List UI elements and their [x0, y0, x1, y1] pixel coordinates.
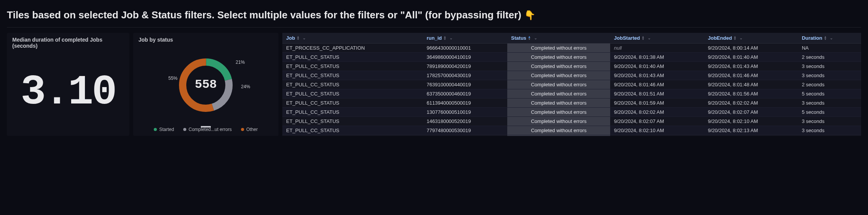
- cell-started: 9/20/2024, 8:02:02 AM: [610, 108, 704, 117]
- cell-ended: 9/20/2024, 8:01:56 AM: [704, 89, 798, 99]
- cell-started: 9/20/2024, 8:01:51 AM: [610, 89, 704, 99]
- cell-ended: 9/20/2024, 8:01:43 AM: [704, 62, 798, 71]
- sort-icon[interactable]: ▲▼: [443, 36, 446, 40]
- cell-duration: 3 seconds: [798, 117, 861, 126]
- column-label: run_id: [427, 35, 442, 41]
- swatch-icon: [183, 128, 186, 131]
- swatch-icon: [154, 128, 157, 131]
- sort-icon[interactable]: ▲▼: [296, 36, 300, 40]
- jobs-table-panel: Job▲▼⌄run_id▲▼⌄Status▲▼⌄JobStarted▲▼⌄Job…: [282, 33, 861, 136]
- column-header-started[interactable]: JobStarted▲▼⌄: [610, 33, 704, 44]
- column-header-status[interactable]: Status▲▼⌄: [507, 33, 610, 44]
- legend-item-completed[interactable]: Completed...ut errors: [183, 127, 232, 132]
- cell-started: 9/20/2024, 8:02:07 AM: [610, 117, 704, 126]
- legend-label: Started: [159, 127, 174, 132]
- pointing-down-icon: 👇: [524, 10, 536, 20]
- swatch-icon: [241, 128, 244, 131]
- table-scroll[interactable]: Job▲▼⌄run_id▲▼⌄Status▲▼⌄JobStarted▲▼⌄Job…: [282, 33, 861, 136]
- table-row[interactable]: ET_PULL_CC_STATUS6373500000460019Complet…: [282, 89, 861, 99]
- table-row[interactable]: ET_PULL_CC_STATUS1782570000430019Complet…: [282, 71, 861, 80]
- cell-started: 9/20/2024, 8:02:10 AM: [610, 126, 704, 135]
- column-header-duration[interactable]: Duration▲▼⌄: [798, 33, 861, 44]
- donut-chart: 558 21% 24% 55%: [138, 46, 273, 124]
- cell-duration: 2 seconds: [798, 135, 861, 136]
- cell-job: ET_PULL_CC_STATUS: [282, 80, 423, 89]
- filter-icon[interactable]: ⌄: [534, 36, 537, 40]
- cell-ended: 9/20/2024, 8:02:02 AM: [704, 99, 798, 108]
- sort-icon[interactable]: ▲▼: [824, 36, 827, 40]
- cell-run_id: 2395510000540019: [423, 135, 507, 136]
- table-row[interactable]: ET_PULL_CC_STATUS7639100000440019Complet…: [282, 80, 861, 89]
- cell-ended: 9/20/2024, 8:01:46 AM: [704, 71, 798, 80]
- table-row[interactable]: ET_PULL_CC_STATUS3649860000410019Complet…: [282, 53, 861, 62]
- cell-ended: 9/20/2024, 8:00:14 AM: [704, 44, 798, 53]
- cell-started: 9/20/2024, 8:01:59 AM: [610, 99, 704, 108]
- sort-icon[interactable]: ▲▼: [528, 36, 531, 40]
- legend-item-other[interactable]: Other: [241, 127, 258, 132]
- cell-job: ET_PULL_CC_STATUS: [282, 53, 423, 62]
- cell-job: ET_PULL_CC_STATUS: [282, 71, 423, 80]
- donut-underline: [201, 126, 211, 128]
- page-title: Tiles based on selected Job & Status fil…: [7, 5, 861, 27]
- cell-job: ET_PULL_CC_STATUS: [282, 117, 423, 126]
- donut-panel-title: Job by status: [138, 37, 273, 43]
- table-row[interactable]: ET_PULL_CC_STATUS1463180000520019Complet…: [282, 117, 861, 126]
- table-row[interactable]: ET_PULL_CC_STATUS7891890000420019Complet…: [282, 62, 861, 71]
- table-row[interactable]: ET_PULL_CC_STATUS1307760000510019Complet…: [282, 108, 861, 117]
- column-header-run_id[interactable]: run_id▲▼⌄: [423, 33, 507, 44]
- filter-icon[interactable]: ⌄: [739, 36, 743, 40]
- cell-ended: 9/20/2024, 8:01:48 AM: [704, 80, 798, 89]
- legend-item-started[interactable]: Started: [154, 127, 174, 132]
- sort-icon[interactable]: ▲▼: [733, 36, 736, 40]
- cell-ended: 9/20/2024, 8:02:07 AM: [704, 108, 798, 117]
- filter-icon[interactable]: ⌄: [303, 36, 306, 40]
- cell-job: ET_PULL_CC_STATUS: [282, 99, 423, 108]
- column-header-job[interactable]: Job▲▼⌄: [282, 33, 423, 44]
- cell-ended: 9/20/2024, 8:02:15 AM: [704, 135, 798, 136]
- column-label: JobStarted: [614, 35, 640, 41]
- cell-status: Completed without errors: [507, 44, 610, 53]
- cell-started: 9/20/2024, 8:02:13 AM: [610, 135, 704, 136]
- cell-run_id: 7639100000440019: [423, 80, 507, 89]
- table-row[interactable]: ET_PROCESS_CC_APPLICATION966643000001000…: [282, 44, 861, 53]
- cell-duration: 2 seconds: [798, 80, 861, 89]
- cell-duration: 3 seconds: [798, 99, 861, 108]
- cell-duration: 5 seconds: [798, 108, 861, 117]
- cell-ended: 9/20/2024, 8:02:10 AM: [704, 117, 798, 126]
- cell-duration: 3 seconds: [798, 62, 861, 71]
- sort-icon[interactable]: ▲▼: [642, 36, 645, 40]
- cell-started: 9/20/2024, 8:01:43 AM: [610, 71, 704, 80]
- cell-run_id: 1782570000430019: [423, 71, 507, 80]
- legend-label: Other: [246, 127, 258, 132]
- cell-run_id: 1307760000510019: [423, 108, 507, 117]
- table-body: ET_PROCESS_CC_APPLICATION966643000001000…: [282, 44, 861, 136]
- table-row[interactable]: ET_PULL_CC_STATUS2395510000540019Complet…: [282, 135, 861, 136]
- table-header-row: Job▲▼⌄run_id▲▼⌄Status▲▼⌄JobStarted▲▼⌄Job…: [282, 33, 861, 44]
- cell-run_id: 1463180000520019: [423, 117, 507, 126]
- filter-icon[interactable]: ⌄: [648, 36, 651, 40]
- cell-job: ET_PULL_CC_STATUS: [282, 108, 423, 117]
- column-label: Job: [286, 35, 295, 41]
- donut-pct-completed: 24%: [241, 84, 250, 89]
- cell-status: Completed without errors: [507, 126, 610, 135]
- cell-started: null: [610, 44, 704, 53]
- job-by-status-panel: Job by status 558 21% 24% 55% Started Co…: [133, 33, 278, 136]
- median-value: 3.10: [12, 52, 124, 132]
- filter-icon[interactable]: ⌄: [830, 36, 833, 40]
- donut-total: 558: [195, 78, 217, 92]
- median-duration-panel: Median duration of completed Jobs (secon…: [7, 33, 129, 136]
- cell-job: ET_PROCESS_CC_APPLICATION: [282, 44, 423, 53]
- table-row[interactable]: ET_PULL_CC_STATUS7797480000530019Complet…: [282, 126, 861, 135]
- cell-run_id: 7797480000530019: [423, 126, 507, 135]
- jobs-table: Job▲▼⌄run_id▲▼⌄Status▲▼⌄JobStarted▲▼⌄Job…: [282, 33, 861, 136]
- page-title-text: Tiles based on selected Job & Status fil…: [7, 9, 521, 21]
- cell-started: 9/20/2024, 8:01:38 AM: [610, 53, 704, 62]
- panels-row: Median duration of completed Jobs (secon…: [7, 33, 861, 136]
- table-row[interactable]: ET_PULL_CC_STATUS6113940000500019Complet…: [282, 99, 861, 108]
- cell-status: Completed without errors: [507, 117, 610, 126]
- column-label: Duration: [802, 35, 822, 41]
- cell-job: ET_PULL_CC_STATUS: [282, 126, 423, 135]
- column-header-ended[interactable]: JobEnded▲▼⌄: [704, 33, 798, 44]
- filter-icon[interactable]: ⌄: [449, 36, 453, 40]
- cell-ended: 9/20/2024, 8:01:40 AM: [704, 53, 798, 62]
